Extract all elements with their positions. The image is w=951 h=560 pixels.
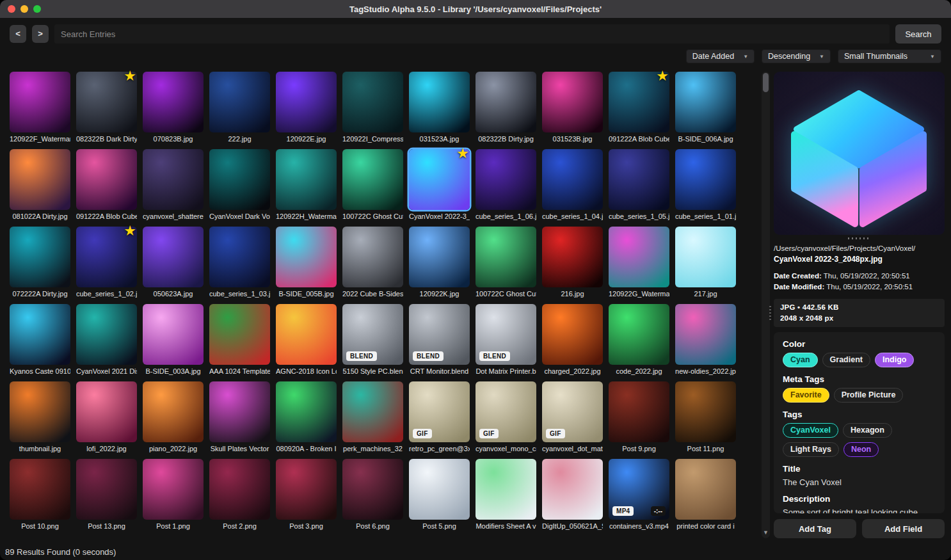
thumbnail-image[interactable]: GIF xyxy=(542,381,603,442)
grid-item[interactable]: ★091222A Blob Cube xyxy=(609,72,669,144)
thumbnail-image[interactable]: ★ xyxy=(76,72,137,132)
thumbnail-image[interactable] xyxy=(276,459,337,520)
grid-item[interactable]: Post 5.png xyxy=(409,459,470,531)
thumbnail-image[interactable] xyxy=(10,149,70,210)
grid-item[interactable]: ★CyanVoxel 2022-3_ xyxy=(409,149,470,221)
thumbnail-image[interactable]: ★ xyxy=(609,72,669,132)
scroll-down-arrow-icon[interactable]: ▼ xyxy=(762,529,770,536)
tag-pill[interactable]: Indigo xyxy=(875,353,915,367)
tag-pill[interactable]: CyanVoxel xyxy=(783,423,838,438)
grid-item[interactable]: thumbnail.jpg xyxy=(10,381,70,454)
thumbnail-image[interactable]: BLEND xyxy=(476,304,536,365)
thumbnail-image[interactable] xyxy=(476,72,536,132)
thumbnail-image[interactable] xyxy=(609,304,669,365)
thumbnail-image[interactable] xyxy=(476,149,536,210)
thumbnail-image[interactable] xyxy=(143,304,204,365)
thumbnail-image[interactable] xyxy=(609,149,669,210)
tag-pill[interactable]: Profile Picture xyxy=(834,388,904,403)
grid-item[interactable]: lofi_2022.jpg xyxy=(76,381,137,454)
grid-item[interactable]: 222.jpg xyxy=(209,72,270,144)
grid-item[interactable]: printed color card i xyxy=(675,459,736,531)
grid-item[interactable]: 216.jpg xyxy=(542,227,603,299)
tag-pill[interactable]: Light Rays xyxy=(783,442,839,457)
thumbnail-image[interactable] xyxy=(10,227,70,287)
thumbnail-image[interactable] xyxy=(476,459,536,520)
thumbnail-image[interactable] xyxy=(209,72,270,132)
grid-item[interactable]: 120922K.jpg xyxy=(409,227,470,299)
grid-item[interactable]: 031523B.jpg xyxy=(542,72,603,144)
thumbnail-image[interactable] xyxy=(542,304,603,365)
grid-item[interactable]: Modifiers Sheet A v xyxy=(476,459,536,531)
grid-item[interactable]: 050623A.jpg xyxy=(143,227,204,299)
thumbnail-image[interactable] xyxy=(409,459,470,520)
grid-item[interactable]: 120922F_Watermark xyxy=(10,72,70,144)
grid-item[interactable]: AAA 1024 Template xyxy=(209,304,270,376)
thumbnail-image[interactable] xyxy=(10,459,70,520)
tag-pill[interactable]: Cyan xyxy=(783,353,818,367)
grid-item[interactable]: AGNC-2018 Icon Lo xyxy=(276,304,337,376)
thumbnail-image[interactable] xyxy=(342,72,403,132)
thumbnail-image[interactable] xyxy=(143,72,204,132)
search-button[interactable]: Search xyxy=(895,24,941,44)
grid-item[interactable]: cube_series_1_03.j xyxy=(209,227,270,299)
thumbnail-image[interactable] xyxy=(209,304,270,365)
grid-item[interactable]: Post 3.png xyxy=(276,459,337,531)
thumbnail-image[interactable] xyxy=(10,381,70,442)
grid-item[interactable]: BLENDDot Matrix Printer.b xyxy=(476,304,536,376)
thumbnail-image[interactable]: GIF xyxy=(476,381,536,442)
grid-item[interactable]: Post 1.png xyxy=(143,459,204,531)
grid-item[interactable]: perk_machines_32 xyxy=(342,381,403,454)
tag-pill[interactable]: Gradient xyxy=(822,353,870,367)
grid-item[interactable]: charged_2022.jpg xyxy=(542,304,603,376)
grid-item[interactable]: 031523A.jpg xyxy=(409,72,470,144)
thumbnail-image[interactable] xyxy=(10,304,70,365)
grid-item[interactable]: 072222A Dirty.jpg xyxy=(10,227,70,299)
thumbnail-image[interactable] xyxy=(542,149,603,210)
thumbnail-image[interactable]: BLEND xyxy=(409,304,470,365)
thumbnail-image[interactable] xyxy=(542,459,603,520)
thumbnail-image[interactable] xyxy=(209,459,270,520)
grid-item[interactable]: 100722C Ghost Cut xyxy=(342,149,403,221)
grid-item[interactable]: cube_series_1_06.j xyxy=(476,149,536,221)
vertical-scrollbar[interactable]: ▼ xyxy=(762,72,770,538)
tag-pill[interactable]: Favorite xyxy=(783,388,829,403)
thumbnail-image[interactable] xyxy=(476,227,536,287)
thumbnail-image[interactable] xyxy=(675,72,736,132)
thumbnail-image[interactable] xyxy=(342,459,403,520)
grid-item[interactable]: BLENDCRT Monitor.blend xyxy=(409,304,470,376)
grid-item[interactable]: 081022A Dirty.jpg xyxy=(10,149,70,221)
grid-item[interactable]: 080920A - Broken I xyxy=(276,381,337,454)
thumbnail-image[interactable] xyxy=(143,459,204,520)
grid-item[interactable]: Post 9.png xyxy=(609,381,669,454)
grid-item[interactable]: MP4-:--containers_v3.mp4 xyxy=(609,459,669,531)
close-window-icon[interactable] xyxy=(8,5,15,13)
thumbnail-image[interactable] xyxy=(409,72,470,132)
thumbnail-image[interactable] xyxy=(143,149,204,210)
grid-item[interactable]: Post 13.png xyxy=(76,459,137,531)
thumbnail-image[interactable]: GIF xyxy=(409,381,470,442)
grid-item[interactable]: BLEND5150 Style PC.blen xyxy=(342,304,403,376)
zoom-window-icon[interactable] xyxy=(33,5,41,13)
grid-item[interactable]: ★082322B Dark Dirty xyxy=(76,72,137,144)
grid-item[interactable]: new-oldies_2022.jp xyxy=(675,304,736,376)
add-tag-button[interactable]: Add Tag xyxy=(774,519,856,538)
thumbnail-image[interactable] xyxy=(276,72,337,132)
thumbnail-image[interactable] xyxy=(409,227,470,287)
thumbnail-image[interactable] xyxy=(542,72,603,132)
grid-item[interactable]: Post 10.png xyxy=(10,459,70,531)
grid-item[interactable]: 120922I_Compress xyxy=(342,72,403,144)
grid-item[interactable]: CyanVoxel Dark Vox xyxy=(209,149,270,221)
grid-item[interactable]: 091222A Blob Cube xyxy=(76,149,137,221)
thumbnail-image[interactable]: ★ xyxy=(409,149,470,210)
thumbnail-image[interactable] xyxy=(276,304,337,365)
thumbnail-image[interactable] xyxy=(76,304,137,365)
thumbnail-image[interactable] xyxy=(209,149,270,210)
thumbnail-image[interactable] xyxy=(143,381,204,442)
grid-item[interactable]: cube_series_1_05.j xyxy=(609,149,669,221)
resize-grip-icon[interactable] xyxy=(848,237,871,239)
thumbnail-image[interactable] xyxy=(675,304,736,365)
grid-item[interactable]: DigItUp_050621A_S xyxy=(542,459,603,531)
thumbnail-image[interactable]: ★ xyxy=(76,227,137,287)
thumbnail-image[interactable] xyxy=(609,227,669,287)
scrollbar-thumb[interactable] xyxy=(763,73,769,92)
